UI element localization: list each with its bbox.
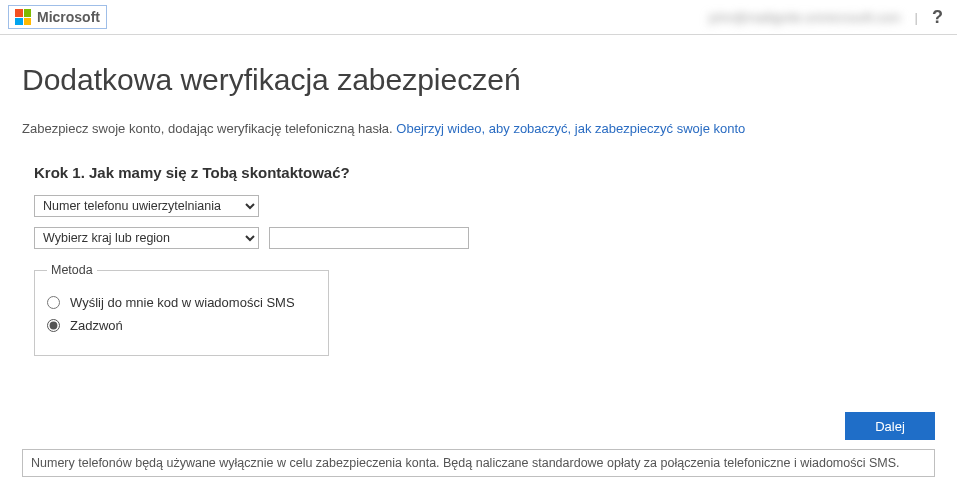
- page-description: Zabezpiecz swoje konto, dodając weryfika…: [22, 121, 935, 136]
- microsoft-logo-icon: [15, 9, 31, 25]
- fieldset-legend: Metoda: [47, 263, 97, 277]
- main-content: Dodatkowa weryfikacja zabezpieczeń Zabez…: [0, 35, 957, 356]
- radio-sms-row[interactable]: Wyślij do mnie kod w wiadomości SMS: [47, 295, 312, 310]
- help-icon[interactable]: ?: [932, 7, 943, 28]
- radio-call-label: Zadzwoń: [70, 318, 123, 333]
- radio-call-row[interactable]: Zadzwoń: [47, 318, 312, 333]
- auth-method-select[interactable]: Numer telefonu uwierzytelniania: [34, 195, 259, 217]
- divider: |: [915, 10, 918, 25]
- radio-sms[interactable]: [47, 296, 60, 309]
- phone-input[interactable]: [269, 227, 469, 249]
- desc-text: Zabezpiecz swoje konto, dodając weryfika…: [22, 121, 393, 136]
- method-fieldset: Metoda Wyślij do mnie kod w wiadomości S…: [34, 263, 329, 356]
- phone-notice: Numery telefonów będą używane wyłącznie …: [22, 449, 935, 477]
- method-row: Numer telefonu uwierzytelniania: [34, 195, 935, 217]
- region-phone-row: Wybierz kraj lub region: [34, 227, 935, 249]
- page-title: Dodatkowa weryfikacja zabezpieczeń: [22, 63, 935, 97]
- header-right: john@mailignite.onmicrosoft.com | ?: [709, 7, 943, 28]
- account-email: john@mailignite.onmicrosoft.com: [709, 10, 901, 25]
- radio-sms-label: Wyślij do mnie kod w wiadomości SMS: [70, 295, 295, 310]
- brand-text: Microsoft: [37, 9, 100, 25]
- radio-call[interactable]: [47, 319, 60, 332]
- next-button[interactable]: Dalej: [845, 412, 935, 440]
- header-bar: Microsoft john@mailignite.onmicrosoft.co…: [0, 0, 957, 35]
- brand: Microsoft: [8, 5, 107, 29]
- video-link[interactable]: Obejrzyj wideo, aby zobaczyć, jak zabezp…: [396, 121, 745, 136]
- region-select[interactable]: Wybierz kraj lub region: [34, 227, 259, 249]
- step-title: Krok 1. Jak mamy się z Tobą skontaktować…: [34, 164, 935, 181]
